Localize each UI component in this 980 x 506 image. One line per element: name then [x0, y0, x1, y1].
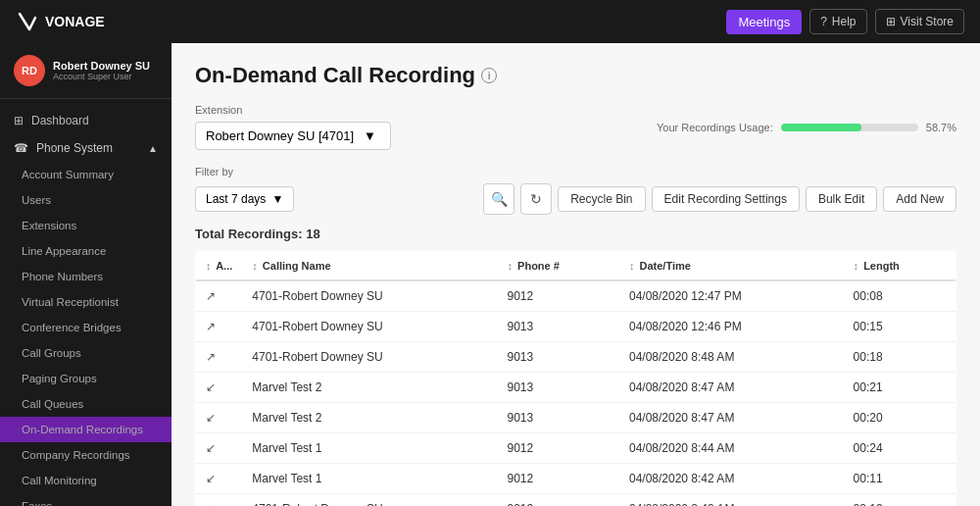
top-nav: VONAGE Meetings ? Help ⊞ Visit Store — [0, 0, 980, 43]
page-title: On-Demand Call Recording i — [195, 63, 956, 88]
chevron-up-icon: ▲ — [148, 143, 158, 154]
sidebar-item-paging-groups[interactable]: Paging Groups — [0, 366, 172, 391]
dashboard-icon: ⊞ — [14, 114, 24, 127]
sidebar: RD Robert Downey SU Account Super User ⊞… — [0, 43, 172, 506]
table-row: ↗ 4701-Robert Downey SU 9013 04/08/2020 … — [196, 342, 956, 373]
col-calling-name[interactable]: ↕ Calling Name — [242, 252, 497, 281]
arrow-up-icon: ↗ — [206, 320, 216, 333]
cell-calling-name: Marvel Test 1 — [242, 464, 497, 494]
table-row: ↗ 4701-Robert Downey SU 9012 04/08/2020 … — [196, 494, 956, 507]
avatar: RD — [14, 55, 45, 86]
logo: VONAGE — [16, 10, 105, 33]
arrow-down-icon: ↙ — [206, 411, 216, 425]
arrow-down-icon: ↙ — [206, 441, 216, 455]
cell-arrow: ↙ — [196, 433, 243, 464]
table-row: ↙ Marvel Test 2 9013 04/08/2020 8:47 AM … — [196, 373, 956, 403]
bulk-edit-button[interactable]: Bulk Edit — [806, 186, 877, 212]
sidebar-item-line-appearance[interactable]: Line Appearance — [0, 238, 172, 264]
cell-phone: 9012 — [498, 464, 619, 494]
col-length[interactable]: ↕ Length — [844, 252, 956, 281]
phone-icon: ☎ — [14, 141, 28, 155]
cell-arrow: ↗ — [196, 312, 243, 342]
cell-datetime: 04/08/2020 12:46 PM — [619, 312, 844, 342]
cell-arrow: ↗ — [196, 494, 243, 507]
extension-section: Extension Robert Downey SU [4701] ▼ — [195, 104, 391, 150]
info-icon[interactable]: i — [481, 68, 497, 83]
recycle-bin-button[interactable]: Recycle Bin — [558, 186, 645, 212]
usage-bar-fill — [781, 124, 861, 131]
edit-recording-settings-button[interactable]: Edit Recording Settings — [652, 186, 800, 212]
cell-length: 00:08 — [844, 280, 956, 312]
cell-phone: 9013 — [498, 403, 619, 433]
extension-label: Extension — [195, 104, 391, 116]
cell-arrow: ↙ — [196, 403, 243, 433]
add-new-button[interactable]: Add New — [883, 186, 956, 212]
cell-phone: 9012 — [498, 280, 619, 312]
extension-row: Extension Robert Downey SU [4701] ▼ Your… — [195, 104, 956, 150]
col-arrow[interactable]: ↕ A... — [196, 252, 243, 281]
sidebar-item-call-queues[interactable]: Call Queues — [0, 391, 172, 417]
meetings-button[interactable]: Meetings — [726, 10, 802, 34]
sidebar-item-on-demand-recordings[interactable]: On-Demand Recordings — [0, 417, 172, 442]
table-row: ↙ Marvel Test 2 9013 04/08/2020 8:47 AM … — [196, 403, 956, 433]
sidebar-item-dashboard[interactable]: ⊞ Dashboard — [0, 107, 172, 134]
cell-calling-name: 4701-Robert Downey SU — [242, 342, 497, 373]
col-phone[interactable]: ↕ Phone # — [498, 252, 619, 281]
cell-calling-name: Marvel Test 2 — [242, 403, 497, 433]
help-button[interactable]: ? Help — [809, 9, 866, 34]
arrow-up-icon: ↗ — [206, 350, 216, 364]
table-body: ↗ 4701-Robert Downey SU 9012 04/08/2020 … — [196, 280, 956, 506]
user-role: Account Super User — [53, 72, 158, 81]
sidebar-item-call-monitoring[interactable]: Call Monitoring — [0, 468, 172, 493]
sidebar-user: RD Robert Downey SU Account Super User — [0, 43, 172, 99]
filter-select[interactable]: Last 7 days ▼ — [195, 186, 294, 212]
extension-select[interactable]: Robert Downey SU [4701] ▼ — [195, 122, 391, 150]
cell-datetime: 04/08/2020 8:48 AM — [619, 342, 844, 373]
refresh-button[interactable]: ↻ — [520, 183, 552, 215]
sidebar-item-extensions[interactable]: Extensions — [0, 213, 172, 238]
sidebar-nav: ⊞ Dashboard ☎ Phone System ▲ Account Sum… — [0, 99, 172, 506]
cell-length: 00:15 — [844, 312, 956, 342]
cell-arrow: ↗ — [196, 280, 243, 312]
filter-right: 🔍 ↻ Recycle Bin Edit Recording Settings … — [483, 183, 956, 215]
cell-phone: 9013 — [498, 373, 619, 403]
cell-arrow: ↙ — [196, 373, 243, 403]
cell-phone: 9012 — [498, 494, 619, 507]
filter-by-label: Filter by — [195, 166, 956, 177]
usage-bar — [781, 124, 918, 131]
main-content: On-Demand Call Recording i Extension Rob… — [172, 43, 980, 506]
sidebar-item-account-summary[interactable]: Account Summary — [0, 162, 172, 187]
sidebar-item-conference-bridges[interactable]: Conference Bridges — [0, 315, 172, 340]
sidebar-item-faxes[interactable]: Faxes — [0, 493, 172, 506]
chevron-down-icon: ▼ — [364, 128, 376, 143]
cell-length: 00:24 — [844, 433, 956, 464]
search-button[interactable]: 🔍 — [483, 183, 514, 215]
cell-calling-name: Marvel Test 2 — [242, 373, 497, 403]
cell-calling-name: 4701-Robert Downey SU — [242, 280, 497, 312]
arrow-down-icon: ↙ — [206, 380, 216, 394]
cell-phone: 9013 — [498, 312, 619, 342]
cell-length: 00:20 — [844, 403, 956, 433]
sidebar-item-phone-system[interactable]: ☎ Phone System ▲ — [0, 134, 172, 162]
topnav-actions: Meetings ? Help ⊞ Visit Store — [726, 9, 964, 34]
sidebar-item-company-recordings[interactable]: Company Recordings — [0, 442, 172, 468]
visit-store-button[interactable]: ⊞ Visit Store — [875, 9, 964, 34]
recordings-table: ↕ A... ↕ Calling Name ↕ Phone # ↕ Date/T… — [195, 251, 956, 506]
cell-arrow: ↙ — [196, 464, 243, 494]
total-recordings: Total Recordings: 18 — [195, 227, 956, 241]
cell-length: 00:18 — [844, 342, 956, 373]
table-row: ↗ 4701-Robert Downey SU 9012 04/08/2020 … — [196, 280, 956, 312]
sidebar-item-virtual-receptionist[interactable]: Virtual Receptionist — [0, 289, 172, 315]
table-row: ↙ Marvel Test 1 9012 04/08/2020 8:42 AM … — [196, 464, 956, 494]
sidebar-item-users[interactable]: Users — [0, 187, 172, 213]
col-datetime[interactable]: ↕ Date/Time — [619, 252, 844, 281]
cell-calling-name: 4701-Robert Downey SU — [242, 312, 497, 342]
cell-calling-name: Marvel Test 1 — [242, 433, 497, 464]
arrow-up-icon: ↗ — [206, 289, 216, 303]
sidebar-item-phone-numbers[interactable]: Phone Numbers — [0, 264, 172, 289]
cell-length: 00:11 — [844, 464, 956, 494]
cell-phone: 9012 — [498, 433, 619, 464]
cell-datetime: 04/08/2020 8:40 AM — [619, 494, 844, 507]
sidebar-item-call-groups[interactable]: Call Groups — [0, 340, 172, 366]
filter-chevron-icon: ▼ — [271, 192, 283, 206]
